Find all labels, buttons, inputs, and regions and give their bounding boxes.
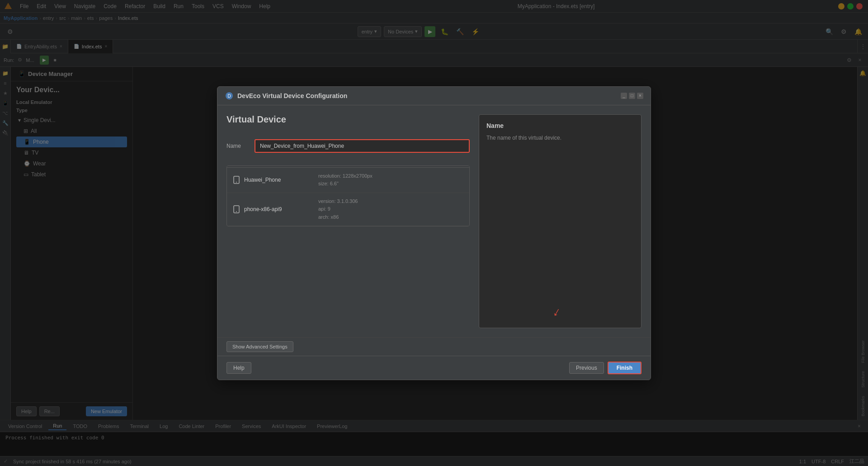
- modal-body: Virtual Device Name: [217, 105, 651, 337]
- svg-point-4: [236, 182, 237, 183]
- virtual-device-title: Virtual Device: [226, 114, 470, 125]
- modal-help-button[interactable]: Help: [226, 362, 251, 374]
- modal-previous-button[interactable]: Previous: [569, 362, 604, 374]
- device-specs-2: version: 3.1.0.306 api: 9 arch: x86: [318, 198, 358, 221]
- modal-title-text: DevEco Virtual Device Configuration: [237, 92, 617, 99]
- phone-device-icon-2: [232, 205, 241, 213]
- svg-text:D: D: [227, 94, 231, 99]
- info-panel-title: Name: [486, 122, 634, 129]
- name-field-label: Name: [226, 143, 249, 149]
- device-row-x86[interactable]: phone-x86-api9 version: 3.1.0.306 api: 9…: [227, 193, 469, 226]
- device-specs-1: resolution: 1228x2700px size: 6.6": [318, 172, 373, 188]
- modal-maximize-btn[interactable]: □: [629, 93, 635, 99]
- name-row: Name: [226, 139, 470, 153]
- device-name-input[interactable]: [255, 139, 470, 153]
- modal-footer: Help Previous Finish: [217, 356, 651, 380]
- modal-left-panel: Virtual Device Name: [226, 114, 470, 328]
- device-row-huawei[interactable]: Huawei_Phone resolution: 1228x2700px siz…: [227, 168, 469, 193]
- virtual-device-modal: D DevEco Virtual Device Configuration _ …: [217, 86, 651, 380]
- advanced-settings-bar: Show Advanced Settings: [217, 337, 651, 356]
- modal-overlay: D DevEco Virtual Device Configuration _ …: [0, 0, 868, 466]
- device-name-2: phone-x86-api9: [244, 206, 282, 212]
- modal-header: D DevEco Virtual Device Configuration _ …: [217, 87, 651, 105]
- deveco-icon: D: [225, 91, 234, 100]
- svg-point-6: [236, 211, 237, 212]
- device-name-1: Huawei_Phone: [244, 177, 281, 183]
- device-table-container: Huawei_Phone resolution: 1228x2700px siz…: [226, 165, 470, 227]
- info-panel: Name The name of this virtual device.: [479, 114, 642, 328]
- modal-minimize-btn[interactable]: _: [621, 93, 627, 99]
- device-name-cell-1: Huawei_Phone: [232, 176, 314, 184]
- show-advanced-button[interactable]: Show Advanced Settings: [226, 341, 293, 352]
- modal-close-btn[interactable]: ×: [637, 93, 643, 99]
- info-panel-description: The name of this virtual device.: [486, 134, 634, 142]
- modal-finish-button[interactable]: Finish: [608, 362, 642, 374]
- device-name-cell-2: phone-x86-api9: [232, 205, 314, 213]
- phone-device-icon-1: [232, 176, 241, 184]
